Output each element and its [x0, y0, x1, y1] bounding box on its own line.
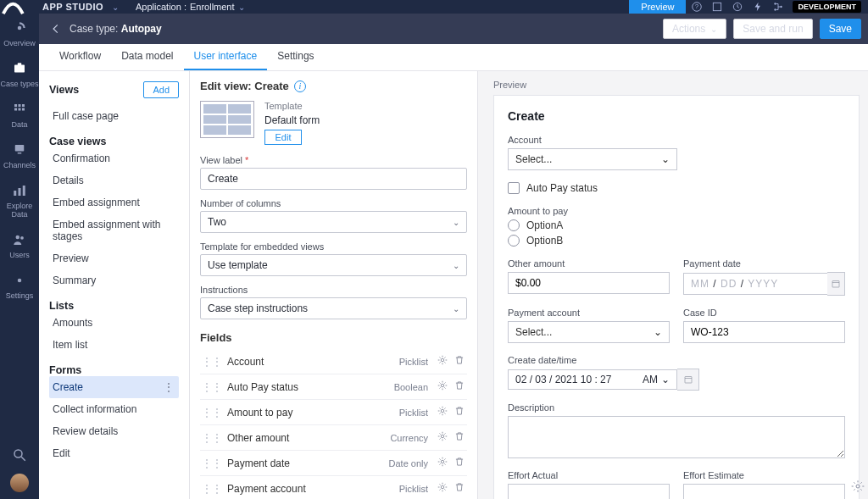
payment-account-select[interactable]: Select...⌄ — [508, 321, 670, 343]
effort-estimate-label: Effort Estimate — [683, 470, 845, 480]
nav-item[interactable]: Review details — [49, 420, 179, 442]
actions-button[interactable]: Actions⌄ — [663, 19, 726, 39]
chevron-down-icon: ⌄ — [710, 25, 717, 34]
avatar[interactable] — [10, 474, 29, 492]
field-row[interactable]: ⋮⋮AccountPicklist — [200, 349, 467, 374]
field-row[interactable]: ⋮⋮Payment dateDate only — [200, 451, 467, 476]
nav-item[interactable]: Embed assignment — [49, 191, 179, 213]
tab-data-model[interactable]: Data model — [111, 43, 183, 70]
field-type: Picklist — [399, 357, 428, 367]
option-a-radio[interactable]: OptionA — [508, 219, 845, 231]
effort-actual-label: Effort Actual — [508, 470, 670, 480]
application-switcher[interactable]: Application : Enrollment ⌄ — [127, 2, 253, 12]
field-settings-icon[interactable] — [437, 380, 448, 394]
effort-actual-input[interactable] — [508, 484, 670, 499]
history-icon[interactable] — [728, 0, 747, 14]
calendar-icon[interactable] — [677, 369, 699, 391]
drag-handle-icon[interactable]: ⋮⋮ — [202, 432, 222, 444]
inbox-icon[interactable] — [708, 0, 726, 14]
nav-item[interactable]: Confirmation — [49, 147, 179, 169]
edit-template-button[interactable]: Edit — [264, 130, 302, 145]
tab-settings[interactable]: Settings — [267, 43, 324, 70]
nav-item[interactable]: Item list — [49, 334, 179, 356]
vnav-data[interactable]: Data — [0, 95, 39, 136]
svg-rect-12 — [19, 188, 21, 196]
autopay-checkbox[interactable]: Auto Pay status — [508, 182, 845, 194]
svg-point-24 — [775, 8, 776, 10]
info-icon[interactable]: i — [294, 80, 306, 92]
svg-point-17 — [14, 450, 22, 457]
vnav-channels[interactable]: Channels — [0, 136, 39, 176]
topbar: APP STUDIO ⌄ Application : Enrollment ⌄ … — [39, 0, 868, 14]
field-delete-icon[interactable] — [453, 456, 465, 470]
nav-item[interactable]: Create⋮ — [49, 376, 179, 398]
field-settings-icon[interactable] — [437, 430, 448, 445]
field-settings-icon[interactable] — [437, 354, 448, 369]
field-row[interactable]: ⋮⋮Other amountCurrency — [200, 425, 467, 451]
chevron-down-icon: ⌄ — [661, 153, 670, 165]
nav-item[interactable]: Preview — [49, 247, 179, 269]
vnav-users[interactable]: Users — [0, 225, 39, 266]
account-select[interactable]: Select...⌄ — [508, 148, 677, 170]
left-nav-pane: Views Add Full case page Case views Conf… — [39, 71, 190, 499]
field-row[interactable]: ⋮⋮Payment accountPicklist — [200, 476, 467, 499]
drag-handle-icon[interactable]: ⋮⋮ — [202, 356, 222, 368]
back-button[interactable] — [46, 19, 66, 39]
field-settings-icon[interactable] — [437, 405, 448, 419]
view-label-input[interactable] — [200, 168, 467, 190]
instructions-select[interactable]: Case step instructions⌄ — [200, 297, 467, 319]
field-delete-icon[interactable] — [453, 430, 465, 445]
payment-date-input[interactable]: MM / DD / YYYY — [683, 273, 827, 295]
nav-item[interactable]: Edit — [49, 442, 179, 464]
vnav-case-types[interactable]: Case types — [0, 54, 39, 95]
radio-icon — [508, 219, 520, 231]
nav-item[interactable]: Amounts — [49, 312, 179, 334]
other-amount-input[interactable] — [508, 272, 670, 294]
studio-switcher[interactable]: ⌄ — [103, 3, 127, 12]
field-settings-icon[interactable] — [437, 456, 448, 470]
case-id-input[interactable] — [683, 321, 845, 343]
field-delete-icon[interactable] — [453, 481, 465, 496]
search-icon[interactable] — [12, 447, 27, 465]
vnav-explore-data[interactable]: Explore Data — [0, 176, 39, 225]
vnav-settings[interactable]: Settings — [0, 266, 39, 307]
drag-handle-icon[interactable]: ⋮⋮ — [202, 381, 222, 393]
field-delete-icon[interactable] — [453, 380, 465, 394]
tab-workflow[interactable]: Workflow — [49, 43, 111, 70]
nav-item[interactable]: Embed assignment with stages — [49, 213, 179, 247]
nav-item[interactable]: Collect information — [49, 398, 179, 420]
radio-icon — [508, 235, 520, 247]
option-b-radio[interactable]: OptionB — [508, 235, 845, 247]
field-delete-icon[interactable] — [453, 354, 465, 369]
nav-item[interactable]: Details — [49, 169, 179, 191]
field-row[interactable]: ⋮⋮Auto Pay statusBoolean — [200, 374, 467, 400]
calendar-icon[interactable] — [827, 272, 845, 296]
tree-icon[interactable] — [769, 0, 787, 14]
add-view-button[interactable]: Add — [143, 81, 179, 98]
drag-handle-icon[interactable]: ⋮⋮ — [202, 483, 222, 495]
vnav-overview[interactable]: Overview — [0, 14, 39, 54]
field-delete-icon[interactable] — [453, 405, 465, 419]
help-icon[interactable]: ? — [687, 0, 706, 14]
settings-gear-icon[interactable] — [851, 480, 865, 496]
nav-item[interactable]: Summary — [49, 269, 179, 291]
kebab-menu-icon[interactable]: ⋮ — [164, 381, 174, 393]
create-datetime-input[interactable]: 02 / 03 / 2021 10 : 27 AM⌄ — [508, 369, 677, 390]
preview-button[interactable]: Preview — [629, 0, 686, 14]
nav-item-full-case-page[interactable]: Full case page — [49, 105, 179, 127]
drag-handle-icon[interactable]: ⋮⋮ — [202, 407, 222, 419]
drag-handle-icon[interactable]: ⋮⋮ — [202, 457, 222, 469]
embed-template-select[interactable]: Use template⌄ — [200, 254, 467, 276]
svg-rect-1 — [14, 65, 25, 73]
bolt-icon[interactable] — [748, 0, 767, 14]
columns-select[interactable]: Two⌄ — [200, 211, 467, 233]
description-input[interactable] — [508, 416, 845, 458]
save-button[interactable]: Save — [820, 19, 861, 39]
tab-user-interface[interactable]: User interface — [184, 43, 268, 70]
main-area: APP STUDIO ⌄ Application : Enrollment ⌄ … — [39, 0, 868, 499]
save-and-run-button[interactable]: Save and run — [733, 19, 812, 39]
effort-estimate-input[interactable] — [683, 484, 845, 499]
vnav-label: Data — [11, 120, 27, 129]
field-row[interactable]: ⋮⋮Amount to payPicklist — [200, 400, 467, 425]
field-settings-icon[interactable] — [437, 481, 448, 496]
